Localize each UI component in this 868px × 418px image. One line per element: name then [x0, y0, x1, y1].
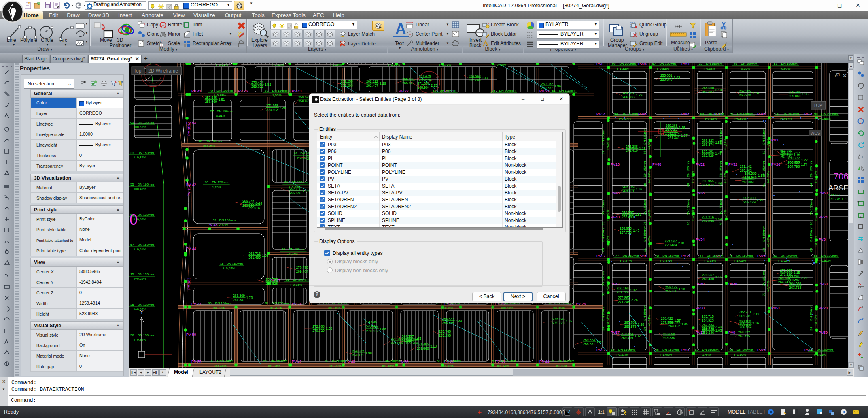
svg-text:62: 62: [695, 348, 698, 352]
svg-text:PV26: PV26: [771, 162, 780, 166]
svg-text:PV23: PV23: [757, 348, 766, 352]
svg-text:82: 82: [773, 254, 777, 258]
svg-text:272.467: 272.467: [828, 194, 840, 197]
svg-text:PV50: PV50: [696, 306, 705, 310]
svg-text:255.295: 255.295: [439, 334, 451, 337]
svg-text:PV 43: PV 43: [292, 89, 302, 93]
svg-text:PV24: PV24: [819, 215, 828, 219]
svg-text:259.159: 259.159: [788, 160, 800, 164]
svg-text:PV 151: PV 151: [187, 124, 191, 136]
svg-text:i=1,51%: i=1,51%: [814, 353, 826, 356]
svg-text:71: 71: [286, 278, 289, 282]
svg-text:i=1,35%: i=1,35%: [210, 186, 221, 189]
svg-text:255.783: 255.783: [266, 278, 278, 282]
svg-text:266.979: 266.979: [624, 325, 637, 328]
svg-text:PV18: PV18: [638, 254, 647, 258]
svg-text:271.485: 271.485: [417, 343, 429, 346]
svg-text:1.30: 1.30: [715, 181, 722, 185]
svg-text:1.43: 1.43: [633, 229, 639, 232]
svg-text:i=0,65%: i=0,65%: [606, 210, 609, 221]
svg-text:i=0,37%: i=0,37%: [660, 259, 672, 262]
svg-text:i=0,75%: i=0,75%: [766, 281, 770, 292]
svg-text:i=0,63%: i=0,63%: [134, 125, 146, 129]
svg-text:PV 50: PV 50: [186, 333, 196, 337]
svg-text:255.955: 255.955: [702, 179, 714, 183]
svg-text:1.96: 1.96: [802, 92, 809, 96]
svg-text:255.018: 255.018: [248, 206, 260, 210]
svg-text:i=1,17%: i=1,17%: [724, 139, 727, 150]
svg-text:269.097: 269.097: [622, 211, 634, 215]
svg-text:90: 90: [775, 112, 779, 116]
svg-text:1.03: 1.03: [715, 329, 722, 333]
svg-text:🗗: 🗗: [835, 73, 840, 79]
svg-text:270.124: 270.124: [621, 332, 633, 336]
svg-text:PV16: PV16: [611, 162, 620, 166]
svg-text:259.735: 259.735: [664, 129, 676, 133]
svg-text:271.142: 271.142: [740, 165, 752, 168]
svg-text:261.749: 261.749: [739, 314, 751, 318]
svg-text:PV34: PV34: [696, 237, 705, 241]
svg-text:PV51: PV51: [771, 306, 780, 310]
svg-text:i=0,75%: i=0,75%: [203, 144, 215, 148]
svg-text:DN 150mm: DN 150mm: [499, 359, 516, 363]
svg-text:65: 65: [730, 112, 733, 116]
svg-text:DN 150mm: DN 150mm: [601, 271, 605, 286]
svg-text:257.300: 257.300: [743, 196, 756, 200]
svg-text:i=1,44%: i=1,44%: [700, 353, 711, 356]
svg-text:DN 100mm: DN 100mm: [781, 254, 797, 258]
svg-text:DN 150mm: DN 150mm: [707, 254, 724, 258]
svg-text:1.55: 1.55: [566, 320, 572, 323]
svg-text:DN 150mm: DN 150mm: [762, 271, 766, 286]
svg-text:90: 90: [814, 112, 818, 116]
svg-text:254.873: 254.873: [702, 183, 714, 187]
svg-text:i=0,67%: i=0,67%: [780, 117, 792, 121]
svg-text:i=1,28%: i=1,28%: [329, 364, 341, 368]
svg-text:PV 26: PV 26: [238, 89, 248, 93]
svg-text:265.270: 265.270: [739, 94, 751, 97]
svg-text:DN 130mm: DN 130mm: [138, 213, 154, 217]
svg-text:i=1,10%: i=1,10%: [734, 353, 746, 356]
svg-text:PV90: PV90: [681, 63, 690, 66]
svg-text:268.942: 268.942: [742, 177, 754, 180]
svg-text:1.96: 1.96: [262, 254, 268, 258]
svg-text:2.33: 2.33: [715, 325, 722, 329]
svg-text:263.281: 263.281: [702, 150, 714, 154]
svg-text:259.860: 259.860: [789, 94, 801, 98]
svg-text:265.997: 265.997: [702, 90, 714, 94]
svg-text:i=0,45%: i=0,45%: [647, 236, 651, 247]
svg-text:88: 88: [700, 112, 704, 116]
svg-text:253.840: 253.840: [660, 78, 673, 81]
svg-text:270.796: 270.796: [296, 266, 308, 269]
svg-text:PV 42: PV 42: [292, 360, 302, 364]
svg-text:1.35: 1.35: [681, 322, 688, 326]
svg-text:i=0,76%: i=0,76%: [439, 63, 451, 66]
svg-text:PV48: PV48: [611, 191, 620, 195]
svg-text:1.70: 1.70: [246, 296, 253, 300]
svg-text:265.626: 265.626: [702, 327, 714, 331]
svg-text:271.368: 271.368: [266, 104, 278, 108]
svg-text:i=1,27%: i=1,27%: [620, 259, 632, 262]
svg-text:i=1,55%: i=1,55%: [270, 94, 281, 97]
svg-text:DN 150mm: DN 150mm: [623, 254, 639, 258]
svg-text:267.305: 267.305: [739, 90, 751, 93]
svg-text:1.75: 1.75: [794, 153, 800, 157]
svg-text:44: 44: [809, 183, 813, 187]
svg-text:269.022: 269.022: [251, 85, 263, 89]
svg-text:72: 72: [655, 254, 659, 258]
svg-text:PV97: PV97: [596, 254, 605, 258]
svg-text:269.419: 269.419: [621, 336, 633, 340]
svg-text:2.29: 2.29: [380, 82, 386, 85]
svg-text:PV16: PV16: [611, 282, 620, 286]
svg-text:63: 63: [294, 151, 297, 155]
svg-text:46: 46: [734, 63, 737, 66]
svg-text:i=1,02%: i=1,02%: [647, 210, 651, 221]
svg-text:DN 150mm: DN 150mm: [741, 63, 758, 66]
svg-text:DN 130mm: DN 130mm: [138, 273, 154, 276]
svg-text:DN 150mm: DN 150mm: [138, 121, 154, 124]
svg-text:258.831: 258.831: [583, 342, 595, 346]
svg-text:256.669: 256.669: [205, 100, 217, 104]
svg-text:81: 81: [552, 89, 556, 92]
svg-text:21: 21: [643, 248, 647, 252]
svg-text:i=0,40%: i=0,40%: [494, 63, 506, 66]
svg-text:70: 70: [265, 89, 268, 92]
